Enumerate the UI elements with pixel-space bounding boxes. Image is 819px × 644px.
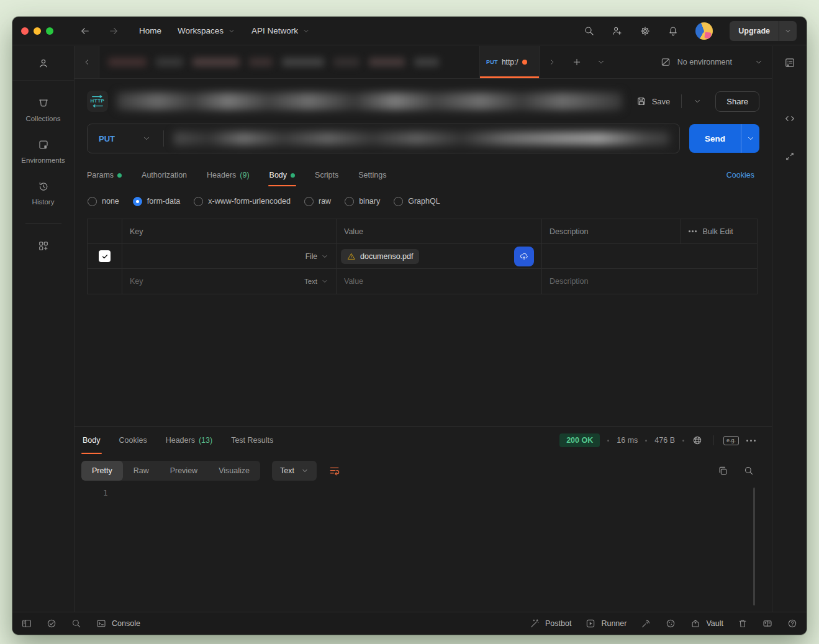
help-icon[interactable]	[787, 618, 798, 629]
upgrade-label[interactable]: Upgrade	[730, 21, 779, 41]
method-chevron-icon[interactable]	[142, 134, 151, 143]
mode-none[interactable]: none	[88, 197, 119, 206]
wrap-lines-icon[interactable]	[328, 465, 341, 477]
view-raw[interactable]: Raw	[123, 461, 160, 481]
tab-options-chevron-icon[interactable]	[589, 46, 613, 78]
value-cell[interactable]: Value	[337, 269, 542, 294]
search-response-icon[interactable]	[743, 465, 754, 476]
upgrade-chevron-icon[interactable]	[779, 21, 797, 41]
save-options-chevron-icon[interactable]	[693, 97, 702, 106]
new-tab-icon[interactable]	[564, 46, 589, 78]
tab-headers[interactable]: Headers (9)	[207, 164, 250, 186]
share-button[interactable]: Share	[715, 91, 759, 112]
save-button[interactable]: Save	[636, 96, 671, 107]
radio-icon[interactable]	[394, 197, 403, 206]
mode-graphql[interactable]: GraphQL	[394, 197, 440, 206]
response-scrollbar[interactable]	[753, 488, 755, 605]
console-button[interactable]: Console	[96, 618, 140, 629]
row-checkbox-checked[interactable]	[99, 250, 111, 262]
radio-icon[interactable]	[88, 197, 97, 206]
code-snippet-icon[interactable]	[784, 112, 796, 125]
sidebar-item-environments[interactable]: Environments	[21, 138, 65, 164]
type-select-file[interactable]: File	[305, 252, 328, 261]
upgrade-button[interactable]: Upgrade	[730, 21, 797, 41]
mode-raw[interactable]: raw	[304, 197, 331, 206]
radio-icon[interactable]	[194, 197, 203, 206]
search-icon[interactable]	[584, 25, 595, 37]
find-icon[interactable]	[71, 618, 82, 629]
request-url-redacted[interactable]	[174, 132, 669, 145]
home-menu-item[interactable]: Home	[139, 26, 161, 35]
expand-icon[interactable]	[784, 151, 795, 162]
send-options-chevron-icon[interactable]	[741, 124, 759, 153]
selected-file-chip[interactable]: documenso.pdf	[341, 249, 419, 264]
minimize-window-button[interactable]	[34, 27, 41, 35]
add-module-icon[interactable]	[37, 240, 50, 252]
tab-params[interactable]: Params	[87, 164, 122, 186]
sidebar-item-history[interactable]: History	[32, 180, 55, 206]
workspaces-menu-item[interactable]: Workspaces	[178, 26, 235, 35]
radio-icon[interactable]	[345, 197, 354, 206]
radio-icon[interactable]	[304, 197, 314, 206]
mode-form-data[interactable]: form-data	[133, 197, 181, 206]
notifications-bell-icon[interactable]	[667, 25, 679, 37]
format-select[interactable]: Text	[272, 461, 317, 481]
response-tab-cookies[interactable]: Cookies	[119, 427, 147, 454]
sidebar-item-collections[interactable]: Collections	[25, 97, 60, 122]
view-visualize[interactable]: Visualize	[208, 461, 260, 481]
description-cell[interactable]: Description	[542, 269, 758, 294]
tab-authorization[interactable]: Authorization	[142, 164, 187, 186]
vault-button[interactable]: Vault	[690, 618, 723, 629]
invite-user-icon[interactable]	[612, 25, 623, 37]
response-tab-headers[interactable]: Headers (13)	[166, 427, 212, 454]
key-cell[interactable]: File	[122, 244, 337, 269]
close-window-button[interactable]	[21, 27, 29, 35]
sidebar-toggle-icon[interactable]	[21, 618, 32, 629]
forward-icon[interactable]	[108, 25, 119, 37]
environment-quicklook-icon[interactable]	[784, 57, 796, 69]
cookies-link[interactable]: Cookies	[726, 171, 754, 179]
postbot-button[interactable]: Postbot	[529, 618, 571, 629]
environment-selector[interactable]: No environment	[660, 46, 772, 78]
bulk-edit-link[interactable]: Bulk Edit	[703, 227, 733, 236]
response-tab-test-results[interactable]: Test Results	[231, 427, 273, 454]
scroll-tabs-right-icon[interactable]	[540, 46, 564, 78]
status-badge[interactable]: 200 OK	[559, 433, 600, 447]
network-globe-icon[interactable]	[692, 435, 703, 446]
mode-x-www-form-urlencoded[interactable]: x-www-form-urlencoded	[194, 197, 291, 206]
api-network-menu-item[interactable]: API Network	[251, 26, 310, 35]
row-checkbox-cell[interactable]	[88, 269, 122, 294]
method-selector-label[interactable]: PUT	[88, 134, 115, 143]
send-label[interactable]: Send	[689, 124, 741, 153]
tab-settings[interactable]: Settings	[358, 164, 386, 186]
upload-file-button[interactable]	[514, 247, 534, 266]
description-cell[interactable]	[542, 244, 758, 269]
active-request-tab[interactable]: PUT http:/	[479, 46, 540, 78]
cookies-icon[interactable]	[665, 618, 676, 629]
view-preview[interactable]: Preview	[160, 461, 208, 481]
maximize-window-button[interactable]	[46, 27, 53, 35]
view-pretty[interactable]: Pretty	[81, 461, 123, 481]
scroll-tabs-left-icon[interactable]	[75, 46, 99, 78]
tab-scripts[interactable]: Scripts	[315, 164, 338, 186]
key-cell[interactable]: Key Text	[122, 269, 337, 294]
response-tab-body[interactable]: Body	[83, 427, 101, 454]
response-more-options-icon[interactable]	[746, 440, 756, 442]
tab-body[interactable]: Body	[269, 164, 296, 186]
send-button[interactable]: Send	[689, 124, 759, 153]
user-avatar[interactable]	[695, 22, 713, 40]
runner-button[interactable]: Runner	[585, 618, 627, 629]
redacted-tabs[interactable]	[99, 46, 479, 78]
two-pane-layout-icon[interactable]	[762, 618, 773, 629]
response-time[interactable]: 16 ms	[617, 436, 638, 445]
save-as-example-icon[interactable]: e.g.	[723, 436, 739, 445]
capture-requests-icon[interactable]	[640, 618, 651, 629]
sidebar-user-icon[interactable]	[12, 46, 74, 81]
response-size[interactable]: 476 B	[654, 436, 675, 445]
mode-binary[interactable]: binary	[345, 197, 380, 206]
radio-selected-icon[interactable]	[133, 197, 142, 206]
settings-gear-icon[interactable]	[640, 25, 651, 37]
request-name-redacted[interactable]	[117, 93, 622, 110]
trash-icon[interactable]	[737, 618, 748, 629]
type-select-text[interactable]: Text	[304, 278, 328, 285]
